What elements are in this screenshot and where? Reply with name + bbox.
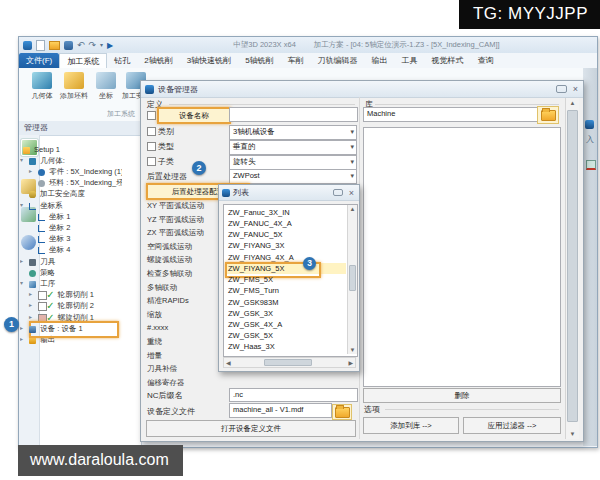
tab-tools[interactable]: 工具 (395, 53, 425, 68)
tab-3axis-fast-milling[interactable]: 3轴快速铣削 (180, 53, 238, 68)
new-file-icon[interactable] (36, 40, 45, 51)
apply-filter-button[interactable]: 应用过滤器 --> (463, 417, 561, 434)
subclass-checkbox[interactable] (147, 157, 156, 166)
tab-drilling[interactable]: 钻孔 (107, 53, 137, 68)
scroll-up-icon[interactable]: ▲ (566, 100, 579, 106)
play-icon[interactable]: ▶ (107, 41, 113, 50)
expand-icon[interactable]: ▸ (20, 256, 27, 267)
collapse-icon[interactable]: ▾ (20, 278, 27, 289)
popup-scrollbar[interactable]: ▲ ▼ (347, 205, 357, 354)
scrollbar-thumb[interactable] (349, 265, 356, 291)
scroll-right-icon[interactable]: ▶ (348, 359, 353, 366)
tab-machining-system[interactable]: 加工系统 (59, 53, 107, 68)
list-item[interactable]: ZW_Fanuc_3X_IN (225, 207, 346, 218)
tree-row-frame4[interactable]: 坐标 4 (20, 244, 122, 255)
category-dropdown[interactable]: 3轴机械设备 (229, 125, 357, 140)
tree-row-profile-cut-1[interactable]: ▸ ✓ 轮廓切削 1 (20, 289, 122, 300)
tab-inquire[interactable]: 查询 (471, 53, 501, 68)
expand-icon[interactable]: ▸ (29, 166, 36, 177)
device-name-input[interactable] (229, 107, 358, 122)
tree-row-tools[interactable]: ▸ 刀具 (20, 256, 122, 267)
subclass-dropdown[interactable]: 旋转头 (229, 155, 357, 170)
tree-row-geometry[interactable]: ▾ 几何体: (20, 155, 122, 166)
list-item[interactable]: ZW_FMS_Turn (225, 285, 346, 296)
tree-row-setup[interactable]: Setup 1 (20, 144, 122, 155)
scroll-down-icon[interactable]: ▼ (566, 431, 579, 437)
type-dropdown[interactable]: 垂直的 (229, 140, 357, 155)
tab-visual-style[interactable]: 视觉样式 (425, 53, 471, 68)
list-item[interactable]: ZW_FMS_5X (225, 274, 346, 285)
tab-output[interactable]: 输出 (365, 53, 395, 68)
redo-icon[interactable]: ↷ (89, 41, 97, 50)
tree-row-operations[interactable]: ▾ 工序 (20, 278, 122, 289)
list-item[interactable]: ZW_FANUC_4X_A (225, 218, 346, 229)
library-path-input[interactable]: Machine (363, 107, 538, 122)
device-file-browse-button[interactable] (332, 404, 352, 420)
close-icon[interactable]: × (349, 188, 354, 198)
add-to-library-button[interactable]: 添加到库 --> (363, 417, 459, 434)
quick-access-dropdown-icon[interactable]: ▾ (100, 41, 103, 50)
save-icon[interactable] (64, 41, 73, 50)
device-name-button[interactable]: 设备名称 (157, 107, 231, 124)
dialog-title-bar[interactable]: 设备管理器 × (141, 81, 583, 98)
tree-row-stock[interactable]: 坯料 : 5X_Indexing_坯料 (20, 177, 122, 188)
list-item[interactable]: ZW_Haas_3X (225, 341, 346, 352)
list-item[interactable]: ZW_GSK_5X (225, 330, 346, 341)
scrollbar-thumb[interactable] (264, 359, 312, 366)
machine-list[interactable]: ZW_Fanuc_3X_IN ZW_FANUC_4X_A ZW_FANUC_5X… (223, 204, 358, 357)
expand-icon[interactable]: ▸ (29, 300, 36, 311)
category-checkbox[interactable] (147, 127, 156, 136)
tree-row-part[interactable]: ▸ 零件 : 5X_Indexing (1) (20, 166, 122, 177)
scroll-up-icon[interactable]: ▲ (348, 206, 357, 212)
collapse-icon[interactable]: ▾ (20, 200, 27, 211)
type-checkbox[interactable] (147, 142, 156, 151)
scrollbar-thumb[interactable] (567, 110, 578, 422)
tree-row-machine-device[interactable]: ▸ 设备 : 设备 1 (20, 323, 122, 334)
tree-row-strategy[interactable]: 策略 (20, 267, 122, 278)
scroll-down-icon[interactable]: ▼ (348, 347, 357, 353)
library-list[interactable] (363, 127, 561, 387)
format-brush-icon[interactable] (586, 160, 596, 170)
tree-row-frame2[interactable]: 坐标 2 (20, 222, 122, 233)
open-device-file-button[interactable]: 打开设备定义文件 (146, 420, 356, 437)
popup-title-bar[interactable]: 列表 × (219, 185, 359, 201)
comment-icon[interactable] (333, 189, 343, 196)
tree-row-frame1[interactable]: 坐标 1 (20, 211, 122, 222)
dialog-scrollbar[interactable]: ▲ ▼ (565, 98, 579, 439)
expand-icon[interactable]: ▸ (29, 289, 36, 300)
device-name-checkbox[interactable] (147, 111, 156, 120)
list-item[interactable]: ZW_GSK_4X_A (225, 319, 346, 330)
ribbon-button-frame[interactable]: 坐标 (91, 72, 121, 101)
ribbon-button-add-stock[interactable]: 添加坯料 (59, 72, 89, 101)
post-processor-dropdown[interactable]: ZWPost (229, 169, 357, 184)
undo-icon[interactable]: ↶ (77, 41, 85, 50)
tree-row-profile-cut-2[interactable]: ▸ ✓ 轮廓切削 2 (20, 300, 122, 311)
expand-icon[interactable]: ▸ (20, 334, 27, 345)
scroll-left-icon[interactable]: ◀ (226, 359, 231, 366)
tab-turning[interactable]: 车削 (281, 53, 311, 68)
person-icon[interactable]: 入 (586, 134, 594, 145)
tab-5axis-milling[interactable]: 5轴铣削 (238, 53, 280, 68)
delete-button[interactable]: 删除 (363, 388, 561, 403)
tree-row-frame3[interactable]: 坐标 3 (20, 233, 122, 244)
ribbon-button-geometry[interactable]: 几何体 (27, 72, 57, 101)
open-file-icon[interactable] (49, 41, 60, 50)
list-item[interactable]: ZW_GSK_3X (225, 308, 346, 319)
tab-file[interactable]: 文件(F) (19, 53, 59, 68)
tree-row-frames[interactable]: ▾ 坐标系 (20, 200, 122, 211)
popup-hscrollbar[interactable]: ◀ ▶ (223, 357, 356, 368)
list-item[interactable]: ZW_FIYANG_3X (225, 240, 346, 251)
close-icon[interactable]: × (573, 84, 578, 94)
collapse-icon[interactable]: ▾ (20, 155, 27, 166)
tab-2axis-milling[interactable]: 2轴铣削 (137, 53, 179, 68)
comment-icon[interactable] (556, 85, 567, 93)
list-item[interactable]: ZW_FANUC_5X (225, 229, 346, 240)
frame-axis-icon (38, 236, 45, 243)
list-item[interactable]: ZW_GSK983M (225, 297, 346, 308)
library-browse-button[interactable] (537, 106, 559, 124)
tree-row-safe-height[interactable]: 加工安全高度 (20, 188, 122, 199)
nc-suffix-input[interactable]: .nc (229, 388, 358, 402)
device-file-input[interactable]: machine_all - V1.mdf (229, 403, 332, 418)
tab-toolpath-editor[interactable]: 刀轨编辑器 (311, 53, 365, 68)
expand-icon[interactable]: ▸ (20, 323, 27, 334)
